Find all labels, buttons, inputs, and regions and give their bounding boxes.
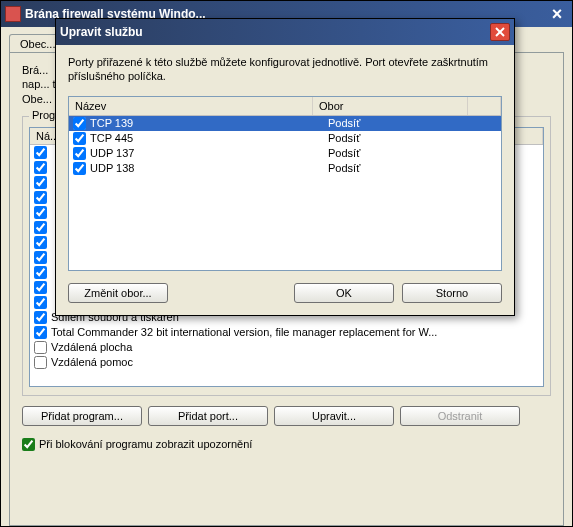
- block-notify-label: Při blokování programu zobrazit upozorně…: [39, 438, 252, 450]
- app-icon: [5, 6, 21, 22]
- block-notify-row[interactable]: Při blokování programu zobrazit upozorně…: [22, 438, 551, 451]
- port-scope: Podsíť: [328, 132, 499, 144]
- port-header: Název Obor: [69, 97, 501, 116]
- list-item-label: Vzdálená pomoc: [51, 356, 133, 368]
- edit-button[interactable]: Upravit...: [274, 406, 394, 426]
- block-notify-checkbox[interactable]: [22, 438, 35, 451]
- port-scope: Podsíť: [328, 147, 499, 159]
- list-item-label: Total Commander 32 bit international ver…: [51, 326, 437, 338]
- port-row[interactable]: UDP 138Podsíť: [69, 161, 501, 176]
- list-item-label: Vzdálená plocha: [51, 341, 132, 353]
- add-program-button[interactable]: Přidat program...: [22, 406, 142, 426]
- list-item-checkbox[interactable]: [34, 191, 47, 204]
- port-listview[interactable]: Název Obor TCP 139PodsíťTCP 445PodsíťUDP…: [68, 96, 502, 271]
- list-item-checkbox[interactable]: [34, 326, 47, 339]
- modal-title: Upravit službu: [60, 25, 143, 39]
- modal-body: Porty přiřazené k této službě můžete kon…: [56, 45, 514, 315]
- col-port-name[interactable]: Název: [69, 97, 313, 115]
- list-item-checkbox[interactable]: [34, 176, 47, 189]
- list-item-checkbox[interactable]: [34, 221, 47, 234]
- port-checkbox[interactable]: [73, 117, 86, 130]
- port-checkbox[interactable]: [73, 147, 86, 160]
- list-item-checkbox[interactable]: [34, 356, 47, 369]
- modal-description: Porty přiřazené k této službě můžete kon…: [68, 55, 502, 84]
- port-scope: Podsíť: [328, 162, 499, 174]
- list-item[interactable]: Vzdálená plocha: [30, 340, 543, 355]
- port-row[interactable]: TCP 445Podsíť: [69, 131, 501, 146]
- close-icon: [494, 26, 506, 38]
- modal-buttons: Změnit obor... OK Storno: [68, 283, 502, 303]
- ok-button[interactable]: OK: [294, 283, 394, 303]
- port-name: UDP 138: [90, 162, 328, 174]
- list-item[interactable]: Total Commander 32 bit international ver…: [30, 325, 543, 340]
- add-port-button[interactable]: Přidat port...: [148, 406, 268, 426]
- list-item-checkbox[interactable]: [34, 146, 47, 159]
- list-item-checkbox[interactable]: [34, 251, 47, 264]
- list-item-checkbox[interactable]: [34, 161, 47, 174]
- change-scope-button[interactable]: Změnit obor...: [68, 283, 168, 303]
- outer-close-button[interactable]: ×: [546, 4, 568, 24]
- list-item-checkbox[interactable]: [34, 266, 47, 279]
- modal-titlebar: Upravit službu: [56, 19, 514, 45]
- list-item-checkbox[interactable]: [34, 296, 47, 309]
- port-row[interactable]: TCP 139Podsíť: [69, 116, 501, 131]
- port-name: TCP 139: [90, 117, 328, 129]
- edit-service-dialog: Upravit službu Porty přiřazené k této sl…: [55, 18, 515, 316]
- list-item-checkbox[interactable]: [34, 206, 47, 219]
- port-name: TCP 445: [90, 132, 328, 144]
- port-row[interactable]: UDP 137Podsíť: [69, 146, 501, 161]
- list-item-checkbox[interactable]: [34, 281, 47, 294]
- col-port-scope[interactable]: Obor: [313, 97, 468, 115]
- col-port-spacer: [468, 97, 501, 115]
- port-checkbox[interactable]: [73, 162, 86, 175]
- list-item[interactable]: Vzdálená pomoc: [30, 355, 543, 370]
- modal-close-button[interactable]: [490, 23, 510, 41]
- port-scope: Podsíť: [328, 117, 499, 129]
- list-item-checkbox[interactable]: [34, 236, 47, 249]
- bottom-buttons: Přidat program... Přidat port... Upravit…: [22, 406, 551, 426]
- list-item-checkbox[interactable]: [34, 311, 47, 324]
- port-checkbox[interactable]: [73, 132, 86, 145]
- port-name: UDP 137: [90, 147, 328, 159]
- cancel-button[interactable]: Storno: [402, 283, 502, 303]
- list-item-checkbox[interactable]: [34, 341, 47, 354]
- delete-button: Odstranit: [400, 406, 520, 426]
